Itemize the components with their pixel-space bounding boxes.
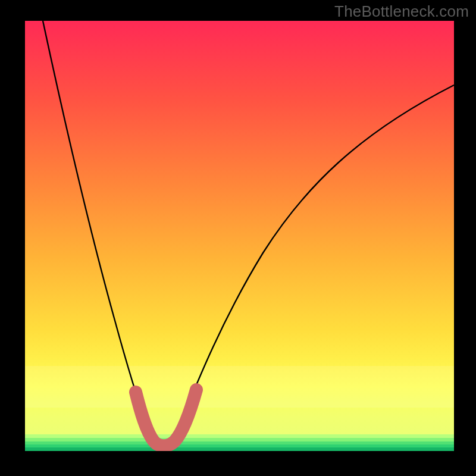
green-band-3 [25,441,454,444]
green-band-5 [25,447,454,451]
highlight-band [25,366,454,408]
green-band-2 [25,438,454,441]
watermark-text: TheBottleneck.com [334,2,469,21]
chart-frame: TheBottleneck.com [0,0,476,476]
bottleneck-chart [25,21,454,451]
green-band-1 [25,434,454,438]
plot-area [25,21,454,451]
green-band-4 [25,444,454,447]
